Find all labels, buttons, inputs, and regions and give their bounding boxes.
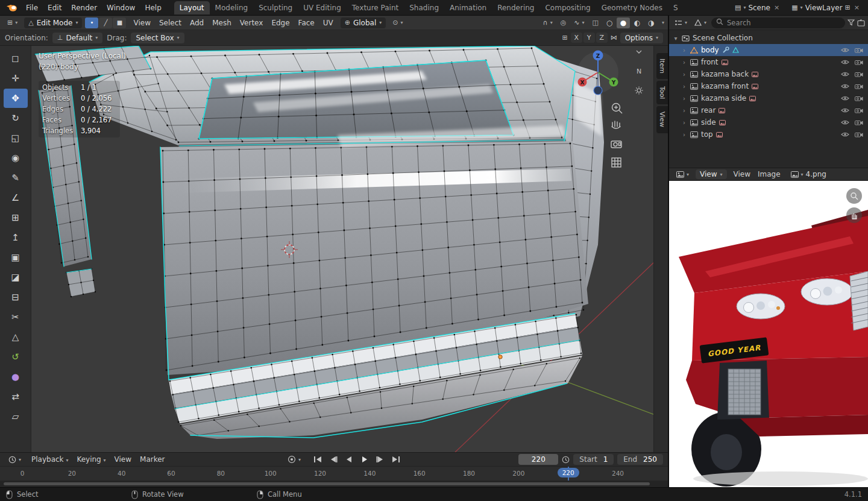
gizmo-neg-z-axis[interactable]	[594, 86, 602, 95]
camera-visibility-icon[interactable]	[855, 107, 863, 113]
expand-icon[interactable]: ›	[681, 59, 687, 66]
tool-spin[interactable]: ↺	[4, 347, 28, 367]
workspace-tab-animation[interactable]: Animation	[444, 1, 492, 14]
hide-eye-icon[interactable]	[841, 107, 849, 113]
outliner-item-rear[interactable]: ›rear	[669, 104, 868, 116]
expand-icon[interactable]: ›	[681, 47, 687, 54]
edge-select-button[interactable]: ╱	[99, 17, 112, 28]
rendered-shading-button[interactable]: ◑	[644, 17, 658, 28]
workspace-tab-modeling[interactable]: Modeling	[210, 1, 254, 14]
shading-sun-icon[interactable]	[635, 86, 643, 94]
sidebar-tab-view[interactable]: View	[656, 106, 668, 133]
wireframe-shading-button[interactable]: ○	[603, 17, 616, 28]
menu-edit[interactable]: Edit	[43, 2, 66, 13]
filter-icon[interactable]	[848, 19, 855, 26]
outliner-editor-type-button[interactable]: ▾	[672, 19, 690, 27]
outliner-item-top[interactable]: ›top	[669, 128, 868, 140]
sidebar-tab-item[interactable]: Item	[656, 53, 668, 79]
zoom-button[interactable]	[846, 188, 862, 204]
proportional-falloff-dropdown[interactable]: ∿▾	[570, 17, 588, 28]
scrollbar-thumb[interactable]	[4, 482, 650, 485]
workspace-tab-shading[interactable]: Shading	[404, 1, 444, 14]
outliner-item-kazama-front[interactable]: ›kazama front	[669, 80, 868, 92]
new-viewlayer-icon[interactable]: ⊞	[845, 4, 851, 11]
axis-x-button[interactable]: X	[571, 33, 582, 43]
workspace-tab-layout[interactable]: Layout	[174, 1, 210, 14]
menu-render[interactable]: Render	[66, 2, 102, 13]
shading-options-icon[interactable]: ▾	[662, 20, 664, 25]
viewport-menu-face[interactable]: Face	[294, 18, 319, 28]
tool-cursor[interactable]: ✛	[4, 69, 28, 88]
vertex-select-button[interactable]: •	[85, 17, 98, 28]
material-shading-button[interactable]: ◐	[631, 17, 644, 28]
timeline-scrollbar[interactable]	[0, 481, 668, 487]
viewport-menu-mesh[interactable]: Mesh	[208, 18, 236, 28]
axis-y-button[interactable]: Y	[583, 33, 595, 43]
transform-orientation-dropdown[interactable]: ⊕ Global ▾	[341, 17, 386, 28]
workspace-tab-compositing[interactable]: Compositing	[539, 1, 596, 14]
pivot-point-dropdown[interactable]: ⊙▾	[389, 17, 406, 28]
image-mode-dropdown[interactable]: View ▾	[696, 169, 727, 179]
workspace-tab-uv-editing[interactable]: UV Editing	[298, 1, 347, 14]
image-editor-type-button[interactable]: ▾	[673, 170, 693, 179]
camera-visibility-icon[interactable]	[855, 71, 863, 77]
tool-bevel[interactable]: ◪	[4, 268, 28, 287]
orthographic-grid-icon[interactable]	[612, 158, 621, 167]
blender-logo-icon[interactable]	[4, 2, 19, 13]
expand-icon[interactable]: ›	[681, 131, 687, 138]
outliner-scene-collection[interactable]: ▾Scene Collection	[669, 32, 868, 44]
viewport-menu-uv[interactable]: UV	[319, 18, 338, 28]
camera-view-icon[interactable]	[611, 141, 621, 148]
remove-viewlayer-icon[interactable]: ×	[853, 4, 861, 11]
orientation-dropdown[interactable]: ⊥ Default ▾	[52, 33, 102, 43]
hide-eye-icon[interactable]	[841, 83, 849, 89]
viewport-menu-select[interactable]: Select	[155, 18, 186, 28]
tool-annotate[interactable]: ✎	[4, 168, 28, 187]
timeline-menu-marker[interactable]: Marker	[136, 455, 169, 464]
outliner-item-kazama-side[interactable]: ›kazama side	[669, 92, 868, 104]
hide-eye-icon[interactable]	[841, 47, 849, 53]
play-button[interactable]	[357, 454, 373, 465]
camera-visibility-icon[interactable]	[855, 47, 863, 53]
start-frame-field[interactable]: Start 1	[573, 454, 614, 465]
xray-toggle-icon[interactable]: ◫	[593, 19, 599, 27]
timeline-menu-playback[interactable]: Playback ▾	[27, 455, 72, 464]
prev-keyframe-button[interactable]	[326, 454, 341, 465]
image-editor-canvas[interactable]: GOOD YEAR	[669, 181, 868, 487]
hide-eye-icon[interactable]	[841, 131, 849, 137]
outliner-search[interactable]: Search	[711, 17, 845, 28]
camera-visibility-icon[interactable]	[855, 95, 863, 101]
workspace-tab-geometry-nodes[interactable]: Geometry Nodes	[596, 1, 668, 14]
timeline-ruler[interactable]: 020406080100120140160180200220240220	[0, 466, 668, 481]
pan-hand-button[interactable]	[846, 207, 862, 223]
n-panel-icon[interactable]: N	[637, 68, 641, 75]
image-menu-image[interactable]: Image	[754, 170, 784, 178]
viewlayer-selector[interactable]: ▦ ▾ ViewLayer ⊞ ×	[788, 2, 864, 13]
workspace-tab-texture-paint[interactable]: Texture Paint	[347, 1, 404, 14]
end-frame-field[interactable]: End 250	[617, 454, 663, 465]
preview-range-clock-icon[interactable]	[562, 456, 570, 464]
expand-icon[interactable]: ▾	[673, 35, 679, 42]
expand-icon[interactable]: ›	[681, 71, 687, 78]
tool-measure[interactable]: ∠	[4, 188, 28, 207]
outliner-item-front[interactable]: ›front	[669, 56, 868, 68]
playhead[interactable]: 220	[558, 468, 579, 477]
new-collection-icon[interactable]	[857, 19, 865, 27]
mirror-icon[interactable]: ⋈	[611, 34, 617, 42]
outliner-display-mode[interactable]: ▾	[692, 19, 709, 27]
expand-icon[interactable]: ›	[681, 119, 687, 126]
image-menu-view[interactable]: View	[730, 170, 754, 178]
hide-eye-icon[interactable]	[841, 71, 849, 77]
play-reverse-button[interactable]	[342, 454, 357, 465]
outliner-item-body[interactable]: ›body	[669, 44, 868, 56]
camera-visibility-icon[interactable]	[855, 131, 863, 137]
tool-move[interactable]: ✥	[4, 89, 28, 108]
viewport-menu-vertex[interactable]: Vertex	[236, 18, 268, 28]
jump-to-end-button[interactable]	[389, 454, 404, 465]
camera-visibility-icon[interactable]	[855, 83, 863, 89]
sidebar-tab-tool[interactable]: Tool	[656, 81, 668, 104]
tool-shear[interactable]: ▱	[4, 407, 28, 426]
expand-icon[interactable]: ›	[681, 107, 687, 114]
hide-eye-icon[interactable]	[841, 119, 849, 125]
proportional-edit-icon[interactable]: ◎	[561, 19, 567, 27]
